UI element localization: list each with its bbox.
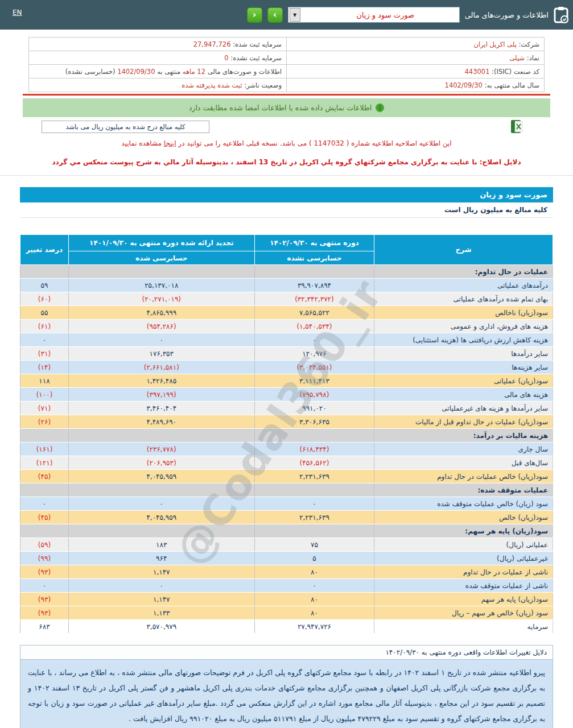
- column-header-description: شرح: [374, 235, 553, 265]
- section-row: سود(زیان) پایه هر سهم:: [20, 524, 553, 538]
- table-row: سرمایه۲۷,۹۴۷,۷۲۶۳,۵۷۰,۹۷۹۶۸۳: [20, 620, 553, 634]
- statements-audit-status: (حسابرسی نشده): [65, 68, 116, 76]
- income-statement-section: صورت سود و زیان کلیه مبالغ به میلیون ریا…: [20, 187, 553, 634]
- isic-value: 443001: [465, 68, 490, 76]
- column-subheader-current-audit: حسابرسی نشده: [254, 251, 374, 265]
- table-row: درآمدهای عملیاتی۳۹,۹۰۷,۸۹۴۲۵,۱۳۷,۰۱۸۵۹: [20, 279, 553, 292]
- table-row: عملیاتی (ریال)۷۵۱۸۳(۵۹): [20, 538, 553, 552]
- section-row: هزینه مالیات بر درآمد:: [20, 429, 553, 442]
- isic-label: کد صنعت (ISIC):: [492, 68, 539, 76]
- table-row: ناشی از عملیات متوقف شده۰۰۰: [20, 579, 553, 593]
- company-info-table: شرکت: پلی اکریل ایران سرمایه ثبت شده: 27…: [28, 37, 545, 92]
- codal-statement-page: { "topbar": { "en_link": "EN", "title": …: [0, 0, 573, 728]
- section-row: عملیات در حال تداوم:: [20, 265, 553, 279]
- table-row: سود (زیان) خالص هر سهم – ریال۸۰۱,۱۳۳(۹۳): [20, 606, 553, 620]
- unregistered-capital-value: 0: [224, 54, 228, 62]
- table-row: سایر درآمدها۱۲۰,۹۷۶۱۷۶,۳۵۳(۳۱): [20, 347, 553, 361]
- section-row: عملیات متوقف شده:: [20, 483, 553, 497]
- income-statement-table: شرح دوره منتهی به ۱۴۰۲/۰۹/۳۰ تجدید ارائه…: [20, 234, 553, 634]
- company-label: شرکت:: [518, 40, 539, 48]
- change-reason-body-1402: پیرو اطلاعیه منتشر شده در تاریخ ۱ اسفند …: [20, 660, 553, 728]
- red-divider: [23, 94, 550, 96]
- section-title: اطلاعات و صورت‌های مالی: [465, 11, 549, 19]
- table-row: سود(زیان) خالص۲,۲۳۱,۶۳۹۴,۰۴۵,۹۵۹(۴۵): [20, 511, 553, 524]
- symbol-label: نماد:: [527, 54, 539, 62]
- top-bar-controls: اطلاعات و صورت‌های مالی ▼ صورت سود و زیا…: [247, 0, 568, 30]
- table-row: سود(زیان) پایه هر سهم۸۰۱,۱۴۷(۹۳): [20, 593, 553, 606]
- table-row: سود(زیان) ناخالص۷,۵۶۵,۵۲۲۴,۸۶۵,۹۹۹۵۵: [20, 306, 553, 320]
- chevron-right-icon: ›: [253, 9, 257, 20]
- company-value: پلی اکریل ایران: [474, 40, 517, 48]
- registered-capital-label: سرمایه ثبت شده:: [233, 40, 282, 48]
- clipboard-check-icon: [554, 6, 568, 23]
- top-bar: EN اطلاعات و صورت‌های مالی ▼ صورت سود و …: [0, 0, 573, 30]
- table-row: هزینه های مالی(۷۹۵,۷۹۸)(۳۹۷,۱۹۹)(۱۰۰): [20, 388, 553, 402]
- table-row: هزینه کاهش ارزش دریافتنی ها (هزینه استثن…: [20, 333, 553, 347]
- table-row: ناشی از عملیات در حال تداوم۸۰۱,۱۴۷(۹۳): [20, 565, 553, 579]
- publisher-status-value: ثبت شده پذیرفته شده: [182, 81, 242, 89]
- info-icon: i: [376, 104, 384, 112]
- statements-period-months: 12 ماهه: [183, 68, 205, 76]
- table-row: سال مالی منتهی به: 1402/09/30 وضعیت ناشر…: [29, 78, 545, 92]
- amendment-reason-text: دلایل اصلاح: با عنایت به برگزاری مجامع ش…: [23, 158, 550, 166]
- publisher-status-label: وضعیت ناشر:: [244, 81, 282, 89]
- table-row: سود(زیان) عملیاتی۳,۱۱۱,۴۱۳۱,۴۲۶,۴۸۵۱۱۸: [20, 374, 553, 388]
- table-row: سود(زیان) عملیات در حال تداوم قبل از مال…: [20, 415, 553, 429]
- table-row: سایر هزینه‌ها(۳,۰۳۴,۵۵۱)(۲,۶۶۱,۵۸۱)(۱۴): [20, 361, 553, 374]
- nav-next-button[interactable]: ›: [247, 7, 262, 23]
- section-divider: [0, 175, 573, 176]
- column-header-current-period: دوره منتهی به ۱۴۰۲/۰۹/۳۰: [254, 235, 374, 251]
- statement-title: صورت سود و زیان: [20, 187, 553, 202]
- column-subheader-prior-audit: حسابرسی شده: [68, 251, 254, 265]
- english-language-link[interactable]: EN: [13, 9, 22, 16]
- registered-capital-value: 27,947,726: [193, 40, 231, 48]
- table-row: هزینه های فروش، اداری و عمومی(۱,۵۴۰,۵۳۴)…: [20, 320, 553, 333]
- million-note-row: کلیه مبالغ درج شده به میلیون ریال می باش…: [23, 119, 550, 135]
- table-row: سود(زیان) خالص عملیات در حال تداوم۲,۲۳۱,…: [20, 470, 553, 483]
- excel-export-icon[interactable]: [510, 119, 523, 134]
- table-row: سایر درآمدها و هزینه های غیرعملیاتی۹۹۱,۰…: [20, 402, 553, 415]
- report-type-select[interactable]: ▼ صورت سود و زیان: [288, 7, 460, 23]
- table-row: سال‌های قبل(۴۵۶,۵۶۲)(۲۰۶,۹۵۳)(۱۲۱): [20, 456, 553, 470]
- chevron-left-icon: ‹: [273, 9, 277, 20]
- million-note-text: کلیه مبالغ درج شده به میلیون ریال می باش…: [65, 123, 185, 131]
- million-note-box: کلیه مبالغ درج شده به میلیون ریال می باش…: [42, 121, 209, 133]
- statements-period-mid: منتهی به: [157, 68, 180, 76]
- statement-unit-note: کلیه مبالغ به میلیون ریال است: [20, 202, 553, 218]
- unregistered-capital-label: سرمایه ثبت نشده:: [230, 54, 282, 62]
- table-row: سود (زیان) خالص عملیات متوقف شده۰۰۰: [20, 497, 553, 511]
- signed-match-text: اطلاعات نمایش داده شده با اطلاعات امضا ش…: [189, 104, 372, 112]
- fiscal-year-value: 1402/09/30: [445, 81, 483, 89]
- amendment-notice: این اطلاعیه اصلاحیه اطلاعیه شماره ( 1147…: [23, 139, 550, 147]
- column-header-prior-period: تجدید ارائه شده دوره منتهی به ۱۴۰۱/۰۹/۳۰: [68, 235, 254, 251]
- report-type-selected-value: صورت سود و زیان: [300, 11, 459, 19]
- symbol-value: شپلی: [509, 54, 525, 62]
- table-row: غیرعملیاتی (ریال)۵۹۶۴(۹۹): [20, 552, 553, 565]
- previous-version-link[interactable]: اینجا: [164, 139, 176, 147]
- signed-match-banner: i اطلاعات نمایش داده شده با اطلاعات امضا…: [23, 98, 550, 117]
- table-row: سال جاری(۶۱۸,۴۳۴)(۲۳۶,۷۷۸)(۱۶۱): [20, 442, 553, 456]
- select-dropdown-arrow-icon[interactable]: ▼: [290, 8, 300, 22]
- nav-previous-button[interactable]: ‹: [267, 7, 283, 23]
- table-row: شرکت: پلی اکریل ایران سرمایه ثبت شده: 27…: [29, 38, 545, 51]
- statements-period-date: 1402/09/30: [117, 68, 155, 76]
- statement-table-wrap: @Codal360_ir شرح دوره منتهی به ۱۴۰۲/۰۹/۳…: [20, 234, 553, 634]
- column-header-change-percent: درصد تغییر: [20, 235, 69, 265]
- table-row: نماد: شپلی سرمایه ثبت نشده: 0: [29, 51, 545, 65]
- amendment-text-pre: این اطلاعیه اصلاحیه اطلاعیه شماره ( 1147…: [178, 139, 451, 147]
- fiscal-year-label: سال مالی منتهی به:: [485, 81, 539, 89]
- change-reasons-section: دلایل تغییرات اطلاعات واقعی دوره منتهی ب…: [20, 645, 553, 728]
- table-row: بهای تمام شده درآمدهای عملیاتی(۳۲,۳۴۲,۳۷…: [20, 292, 553, 306]
- change-reason-header-1402: دلایل تغییرات اطلاعات واقعی دوره منتهی ب…: [20, 645, 553, 660]
- amendment-text-post: مشاهده نمایید: [121, 139, 162, 147]
- table-row: کد صنعت (ISIC): 443001 اطلاعات و صورت‌ها…: [29, 65, 545, 78]
- statements-period-label: اطلاعات و صورت‌های مالی: [208, 68, 282, 76]
